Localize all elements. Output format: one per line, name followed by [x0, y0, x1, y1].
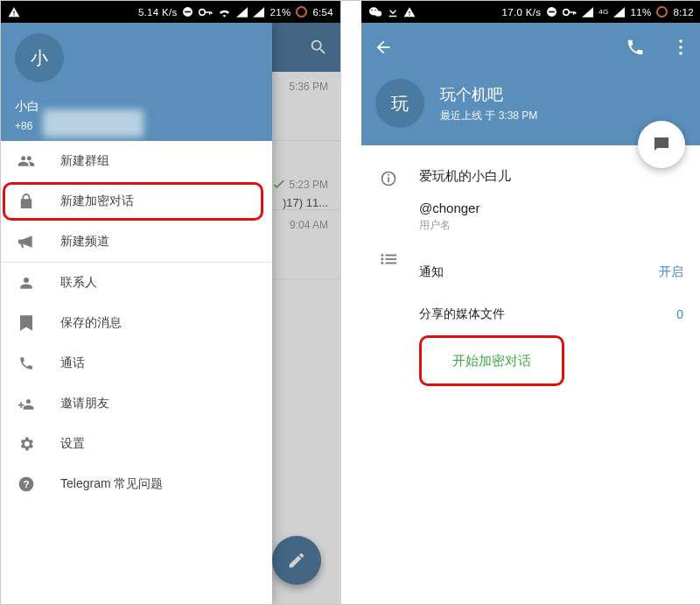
more-icon[interactable] [673, 38, 689, 57]
drawer-new-secret-chat[interactable]: 新建加密对话 [1, 181, 272, 222]
username-caption: 用户名 [419, 219, 683, 232]
drawer-settings[interactable]: 设置 [1, 424, 272, 464]
key-icon [199, 8, 213, 17]
battery-ring-icon [296, 6, 307, 18]
phone-icon [17, 355, 36, 371]
drawer-saved[interactable]: 保存的消息 [1, 303, 272, 343]
svg-point-14 [679, 52, 682, 55]
list-icon [379, 251, 398, 265]
svg-point-12 [679, 39, 682, 43]
settings-row: 通知 开启 分享的媒体文件 0 [379, 251, 683, 335]
battery-ring-icon [656, 6, 668, 18]
svg-point-20 [381, 258, 383, 261]
pencil-icon [287, 551, 306, 570]
shared-media-row[interactable]: 分享的媒体文件 0 [419, 293, 683, 335]
drawer-new-group[interactable]: 新建群组 [1, 141, 272, 181]
bookmark-icon [17, 315, 36, 331]
warning-icon [403, 6, 416, 18]
notifications-value: 开启 [659, 264, 683, 280]
profile-last-seen: 最近上线 于 3:38 PM [440, 109, 537, 123]
status-speed: 17.0 K/s [502, 7, 542, 18]
warning-icon [8, 6, 20, 18]
svg-rect-10 [549, 11, 555, 13]
drawer-faq[interactable]: ? Telegram 常见问题 [1, 464, 272, 504]
status-net: 4G [598, 8, 608, 16]
signal-icon-2 [253, 7, 264, 18]
wifi-icon [218, 7, 231, 18]
svg-point-22 [381, 262, 383, 264]
svg-rect-1 [186, 11, 192, 13]
megaphone-icon [17, 234, 36, 250]
svg-point-11 [564, 9, 570, 15]
nav-drawer: 小 小白 +86 新建群组 新建加密对话 新建频道 联系人 保存的消息 [1, 23, 272, 604]
svg-rect-16 [388, 177, 389, 182]
contact-icon [17, 275, 36, 291]
drawer-username: 小白 [15, 99, 39, 115]
notifications-row[interactable]: 通知 开启 [419, 251, 683, 293]
info-icon [379, 168, 398, 187]
shared-media-count: 0 [676, 307, 683, 321]
status-speed: 5.14 K/s [138, 7, 178, 18]
svg-text:?: ? [23, 478, 29, 489]
search-icon[interactable] [309, 38, 328, 57]
info-row: 爱玩机的小白儿 @chonger 用户名 [379, 168, 683, 232]
status-battery: 11% [630, 7, 651, 18]
status-bar: 5.14 K/s 21% 6:54 [1, 1, 340, 23]
drawer-header[interactable]: 小 小白 +86 [1, 23, 272, 141]
signal-icon-2 [613, 7, 625, 18]
dnd-icon [182, 6, 193, 18]
group-icon [17, 154, 36, 168]
svg-rect-23 [385, 263, 396, 264]
svg-point-7 [371, 10, 373, 11]
wechat-icon [368, 6, 382, 18]
profile-name: 玩个机吧 [440, 84, 537, 105]
download-icon [388, 6, 398, 18]
message-fab[interactable] [638, 121, 685, 168]
profile-bio: 爱玩机的小白儿 [419, 168, 683, 185]
settings-icon [17, 435, 36, 453]
profile-header: 玩 玩个机吧 最近上线 于 3:38 PM [361, 23, 700, 145]
status-bar: 17.0 K/s 4G 11% 8:12 [361, 1, 700, 23]
svg-point-6 [374, 11, 382, 17]
profile-avatar[interactable]: 玩 [375, 79, 424, 128]
drawer-invite[interactable]: 邀请朋友 [1, 383, 272, 424]
help-icon: ? [17, 475, 36, 493]
start-secret-chat[interactable]: 开始加密对话 [452, 340, 531, 382]
invite-icon [17, 397, 36, 411]
svg-point-13 [679, 46, 682, 49]
call-icon[interactable] [626, 38, 645, 57]
svg-point-2 [200, 9, 206, 15]
key-icon [563, 8, 577, 17]
svg-rect-17 [388, 174, 389, 176]
profile-username[interactable]: @chonger [419, 200, 683, 215]
svg-point-18 [381, 254, 383, 257]
lock-icon [17, 193, 36, 210]
chat-icon [651, 134, 672, 155]
check-icon [273, 180, 285, 189]
svg-rect-21 [385, 258, 396, 260]
drawer-new-channel[interactable]: 新建频道 [1, 222, 272, 263]
drawer-contacts[interactable]: 联系人 [1, 263, 272, 303]
drawer-avatar: 小 [15, 33, 64, 82]
status-time: 6:54 [312, 7, 333, 18]
signal-icon [582, 7, 593, 18]
status-time: 8:12 [673, 7, 694, 18]
svg-point-8 [374, 10, 376, 11]
drawer-phone: +86 [15, 120, 32, 132]
svg-rect-19 [385, 255, 396, 257]
compose-fab[interactable] [272, 536, 321, 585]
phone-left: 5.14 K/s 21% 6:54 5:36 PM 5:23 PM )17) 1… [1, 1, 341, 604]
status-battery: 21% [270, 7, 290, 18]
phone-right: 17.0 K/s 4G 11% 8:12 玩 玩个机吧 最近上线 于 3:38 … [361, 1, 700, 604]
drawer-calls[interactable]: 通话 [1, 343, 272, 383]
highlight-annotation: 开始加密对话 [419, 335, 564, 386]
back-icon[interactable] [374, 38, 393, 57]
signal-icon [236, 7, 248, 18]
dnd-icon [546, 6, 557, 18]
